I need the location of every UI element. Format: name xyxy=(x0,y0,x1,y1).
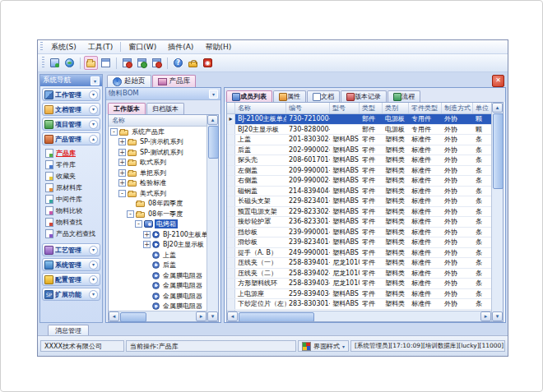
tree-horizontal-scrollbar[interactable]: ◂ ▸ xyxy=(109,311,207,321)
tab-workflow[interactable]: 流程 xyxy=(388,90,420,102)
chevron-down-icon[interactable]: ▾ xyxy=(89,90,98,99)
toolbar-button-help[interactable]: ? xyxy=(171,56,185,70)
scroll-down-icon[interactable]: ▾ xyxy=(207,311,218,321)
toolbar-button-window-refresh[interactable] xyxy=(135,56,149,70)
tree-item[interactable]: +SP-测试机系列 xyxy=(109,147,207,158)
toolbar-button-globe[interactable] xyxy=(63,56,77,70)
tree-item[interactable]: -系统产品库 xyxy=(109,127,207,137)
scroll-right-icon[interactable]: ▸ xyxy=(480,311,491,321)
table-row[interactable]: 提手（A. B）249-990001-01E塑料ABS零件塑料类标准件外协条 xyxy=(227,248,491,259)
chevron-down-icon[interactable]: ▾ xyxy=(89,105,98,114)
sidebar-item-raw-material-library[interactable]: 原材料库 xyxy=(45,182,100,193)
sidebar-item-product-doc-search[interactable]: 产品文档查找 xyxy=(45,228,100,239)
tree-name-column-header[interactable]: 名称 xyxy=(109,115,207,127)
table-row[interactable]: 上盖201-830302-00E塑料ABS零件塑料类标准件外协条 xyxy=(227,135,491,145)
scrollbar-thumb[interactable] xyxy=(493,113,504,189)
collapse-icon[interactable]: - xyxy=(118,190,126,197)
table-row[interactable]: 方形塑料线环258-839403-00E尼龙1010零件塑料类标准件外协条 xyxy=(227,279,491,289)
column-header-1[interactable]: 编号 xyxy=(286,103,330,113)
tab-product-library[interactable]: 产品库 xyxy=(152,75,197,87)
tab-version-history[interactable]: 版本记录 xyxy=(341,90,387,102)
chevron-down-icon[interactable]: ▾ xyxy=(89,120,98,129)
sidebar-group-header-product-mgmt[interactable]: 产品管理▴ xyxy=(42,132,100,145)
tree-item[interactable]: -08年一季度 xyxy=(109,209,207,219)
sidebar-group-header-system-mgmt[interactable]: 系统管理▾ xyxy=(42,258,100,271)
tree-item[interactable]: -美式系列 xyxy=(109,188,207,199)
table-row[interactable]: BJ20主显示板730-828000-04E部件电源板专用件外协颗 xyxy=(227,125,491,136)
tab-message-management[interactable]: 消息管理 xyxy=(48,325,89,335)
table-row[interactable]: 接纱轮护罩236-823301-00E塑料ABS零件塑料类标准件外协条 xyxy=(227,217,491,228)
toolbar-button-lock[interactable] xyxy=(186,56,200,70)
menubar-grip[interactable] xyxy=(40,42,43,51)
toolbar-grip[interactable] xyxy=(42,57,44,69)
collapse-icon[interactable]: - xyxy=(110,128,118,136)
table-row[interactable]: 挡纱板239-990001-01E塑料ABS零件塑料类标准件外协条 xyxy=(227,228,491,238)
tree-item[interactable]: -电烤箱 xyxy=(109,219,207,230)
tree-item[interactable]: +SP-演示机系列 xyxy=(109,137,207,148)
sidebar-item-intermediate-library[interactable]: 中间件库 xyxy=(45,193,100,205)
tree-item[interactable]: 08年四季度 xyxy=(109,199,207,210)
sidebar-item-material-search[interactable]: 物料查找 xyxy=(45,216,100,228)
close-document-icon[interactable]: ✕ xyxy=(492,75,504,87)
tree-item[interactable]: +BJ20主显示板 xyxy=(109,240,207,251)
toolbar-button-window-layout[interactable] xyxy=(99,56,113,70)
table-row[interactable]: 长磁头支架229-823401-00E塑料ABS零件塑料类标准件外协条 xyxy=(227,196,491,207)
column-header-6[interactable]: 制造方式 xyxy=(442,103,473,113)
column-header-4[interactable]: 类别 xyxy=(383,103,409,113)
bom-pin-icon[interactable]: ▾ xyxy=(209,90,218,99)
tree-item[interactable]: 后盖 xyxy=(109,261,207,271)
scroll-right-icon[interactable]: ▸ xyxy=(196,311,207,321)
menu-help[interactable]: 帮助(H) xyxy=(199,41,237,53)
table-row[interactable]: ▸BJ-2100主板单点730-721000-12E部件电源板专用件外协颗 xyxy=(227,114,491,125)
table-row[interactable]: 上电源座259-839403-00E塑料ABS零件塑料类标准件外协条 xyxy=(227,289,491,300)
expand-icon[interactable]: + xyxy=(118,179,126,187)
sidebar-group-header-work-mgmt[interactable]: 工作管理▾ xyxy=(42,88,100,101)
tree-item[interactable]: +检验标准 xyxy=(109,178,207,189)
sidebar-group-header-process-mgmt[interactable]: 工艺管理▾ xyxy=(42,243,100,256)
scroll-left-icon[interactable]: ◂ xyxy=(109,311,119,321)
sidebar-item-favorites[interactable]: 收藏夹 xyxy=(45,170,100,182)
column-header-7[interactable]: 单位 xyxy=(473,103,491,113)
table-row[interactable]: 压线夹（一）258-839401-00E尼龙1010零件塑料类标准件外协条 xyxy=(227,258,491,269)
scrollbar-thumb[interactable] xyxy=(208,126,219,159)
toolbar-button-workspace[interactable] xyxy=(48,56,62,70)
table-row[interactable]: 下纱定位片（左）283-830301-00E塑料ABS零件塑料类标准件外协条 xyxy=(227,299,491,310)
tree-item[interactable]: +欧式系列 xyxy=(109,158,207,168)
tab-start-page[interactable]: 起始页 xyxy=(107,75,151,87)
table-row[interactable]: 磁钢盖214-839404-01E塑料ABS零件塑料类标准件外协条 xyxy=(227,187,491,197)
expand-icon[interactable]: + xyxy=(118,138,126,145)
table-row[interactable]: 后盖202-990002-01E塑料ABS零件塑料类标准件外协条 xyxy=(227,145,491,156)
sidebar-group-header-project-mgmt[interactable]: 项目管理▾ xyxy=(42,118,100,131)
expand-icon[interactable]: + xyxy=(143,241,151,248)
tree-item[interactable]: +单把系列 xyxy=(109,168,207,178)
chevron-down-icon[interactable]: ▾ xyxy=(89,246,98,255)
tab-archived-version[interactable]: 归档版本 xyxy=(146,103,184,114)
tab-properties[interactable]: 属性 xyxy=(273,90,306,102)
table-row[interactable]: 滑纱板239-823401-00E塑料ABS零件塑料类标准件外协条 xyxy=(227,238,491,248)
chevron-down-icon[interactable]: ▾ xyxy=(89,275,98,284)
scrollbar-thumb[interactable] xyxy=(239,312,314,321)
toolbar-button-window-close-doc[interactable] xyxy=(120,56,134,70)
expand-icon[interactable]: + xyxy=(143,231,151,238)
menu-tools[interactable]: 工具(T) xyxy=(82,41,119,53)
scroll-down-icon[interactable]: ▾ xyxy=(492,311,503,321)
collapse-icon[interactable]: - xyxy=(127,210,134,218)
scroll-up-icon[interactable]: ▴ xyxy=(207,115,218,125)
expand-icon[interactable]: + xyxy=(118,169,126,177)
sidebar-group-header-doc-mgmt[interactable]: 文档管理▾ xyxy=(42,103,100,116)
menu-window[interactable]: 窗口(W) xyxy=(123,41,162,53)
expand-icon[interactable]: + xyxy=(118,149,126,156)
table-row[interactable]: 右侧盖209-990002-01E塑料ABS零件塑料类标准件外协条 xyxy=(227,176,491,187)
toolbar-button-window-pin[interactable] xyxy=(150,56,164,70)
sidebar-item-material-compare[interactable]: 物料比较 xyxy=(45,205,100,216)
table-row[interactable]: 压线夹（二）258-839402-00E尼龙1010零件塑料类标准件外协条 xyxy=(227,269,491,279)
table-vertical-scrollbar[interactable]: ▴ ▾ xyxy=(491,103,503,321)
table-horizontal-scrollbar[interactable]: ◂ ▸ xyxy=(227,311,491,321)
tree-item[interactable]: +BJ-2100主板单点 xyxy=(109,229,207,240)
table-row[interactable]: 左侧盖209-990001-01E塑料ABS零件塑料类标准件外协条 xyxy=(227,166,491,177)
sidebar-item-parts-library[interactable]: 零件库 xyxy=(45,159,100,170)
expand-icon[interactable]: + xyxy=(118,159,126,166)
tree-vertical-scrollbar[interactable]: ▴ ▾ xyxy=(207,115,218,321)
column-header-0[interactable]: 名称 xyxy=(235,103,286,113)
tab-member-list[interactable]: 成员列表 xyxy=(226,90,272,102)
